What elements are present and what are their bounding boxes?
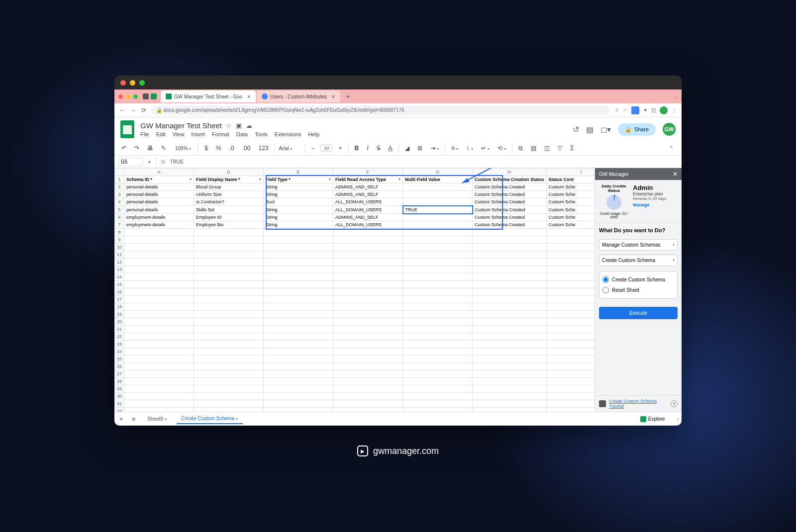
history-icon[interactable]: ↺ xyxy=(573,125,579,134)
name-box[interactable] xyxy=(118,158,143,166)
valign-button[interactable]: ↕ ▾ xyxy=(464,143,475,153)
radio-create-schema[interactable]: Create Custom Schema xyxy=(602,274,674,285)
notion-icon[interactable] xyxy=(143,93,149,99)
italic-button[interactable]: I xyxy=(365,143,370,153)
sheet-tab-1[interactable]: Sheet9 ▾ xyxy=(142,414,171,424)
chart-button[interactable]: ◫ xyxy=(542,143,552,153)
fill-color-button[interactable]: ◢ xyxy=(403,143,411,153)
collapse-toolbar-button[interactable]: ⌃ xyxy=(666,144,677,153)
menu-tools[interactable]: Tools xyxy=(255,131,268,137)
merge-button[interactable]: ⇥ ▾ xyxy=(428,143,441,153)
star-icon[interactable]: ☆ xyxy=(226,122,232,129)
puzzle-icon[interactable]: ✦ xyxy=(643,107,647,113)
increase-size-button[interactable]: + xyxy=(336,143,344,153)
browser-tab-inactive[interactable]: Users - Custom Attributes ✕ xyxy=(257,90,340,102)
wrap-button[interactable]: ↵ ▾ xyxy=(479,143,492,153)
maximize-window-icon[interactable] xyxy=(139,80,145,86)
sidebar-question: What Do you want to Do? xyxy=(595,223,682,237)
meet-icon[interactable]: ◻▾ xyxy=(600,125,611,134)
url-input[interactable]: 🔒 docs.google.com/spreadsheets/d/1Jtgrmg… xyxy=(151,105,610,115)
back-button[interactable]: ← xyxy=(119,107,125,114)
menu-format[interactable]: Format xyxy=(212,131,229,137)
radio-input[interactable] xyxy=(602,276,609,283)
youtube-icon[interactable] xyxy=(599,400,606,407)
cloud-icon[interactable]: ☁ xyxy=(246,122,252,129)
menu-insert[interactable]: Insert xyxy=(191,131,205,137)
window-icon[interactable]: ◫ xyxy=(651,107,656,113)
execute-button[interactable]: Execute xyxy=(599,307,678,319)
reload-button[interactable]: ⟳ xyxy=(141,107,146,114)
profile-avatar-icon[interactable] xyxy=(660,106,668,114)
browser-tab-active[interactable]: GW Manager Test Sheet - Goo ✕ xyxy=(161,90,256,102)
rotate-button[interactable]: ⟲ ▾ xyxy=(496,143,508,153)
strikethrough-button[interactable]: S̶ xyxy=(375,143,383,153)
zoom-select[interactable]: 100% ▾ xyxy=(172,145,194,152)
action-select-2[interactable]: Create Custom Schema▾ xyxy=(599,255,678,266)
folder-icon[interactable]: ▣ xyxy=(236,122,242,129)
percent-button[interactable]: % xyxy=(214,143,223,153)
minimize-window-icon[interactable] xyxy=(130,80,135,86)
more-formats-button[interactable]: 123 xyxy=(256,143,270,153)
menu-data[interactable]: Data xyxy=(236,131,248,137)
functions-button[interactable]: Σ xyxy=(568,143,576,153)
tab-close-icon[interactable]: ✕ xyxy=(247,94,251,99)
maximize-icon[interactable] xyxy=(133,94,138,99)
sheet-grid-area[interactable]: ADEFGHI1Schema ID * ▾Field Display Name … xyxy=(114,168,595,412)
sheets-icon[interactable] xyxy=(151,93,157,99)
currency-button[interactable]: $ xyxy=(202,143,210,153)
menu-file[interactable]: File xyxy=(140,131,149,137)
link-button[interactable]: ⧉ xyxy=(516,143,525,153)
minimize-icon[interactable] xyxy=(126,94,130,99)
forward-button[interactable]: → xyxy=(130,107,136,114)
explore-button[interactable]: Explore xyxy=(636,415,669,424)
action-select-1[interactable]: Manage Custom Schemas▾ xyxy=(599,239,678,251)
document-title[interactable]: GW Manager Test Sheet xyxy=(140,121,222,130)
help-icon[interactable]: ? xyxy=(671,400,678,407)
upload-icon[interactable]: ⇧ xyxy=(615,107,619,113)
google-sheets-logo-icon[interactable] xyxy=(120,120,134,138)
share-button[interactable]: 🔒 Share xyxy=(618,123,656,136)
filter-button[interactable]: ▽ xyxy=(556,143,564,153)
bold-button[interactable]: B xyxy=(353,143,361,153)
halign-button[interactable]: ≡ ▾ xyxy=(449,143,460,153)
print-button[interactable]: 🖶 xyxy=(145,143,155,153)
chevron-down-icon[interactable]: ⌄ xyxy=(674,94,678,99)
close-sidebar-button[interactable]: ✕ xyxy=(673,171,678,177)
menu-edit[interactable]: Edit xyxy=(156,131,166,137)
side-panel-toggle[interactable]: ‹ xyxy=(677,416,679,422)
spreadsheet-grid[interactable]: ADEFGHI1Schema ID * ▾Field Display Name … xyxy=(114,168,595,412)
star-icon[interactable]: ☆ xyxy=(623,107,627,113)
menu-icon[interactable]: ⋮ xyxy=(672,107,677,113)
increase-decimal-button[interactable]: .00 xyxy=(240,143,253,153)
comment-insert-button[interactable]: ▤ xyxy=(529,143,538,153)
add-sheet-button[interactable]: + xyxy=(117,414,125,424)
manage-link[interactable]: Manage xyxy=(633,202,678,207)
decrease-size-button[interactable]: − xyxy=(309,143,316,153)
all-sheets-button[interactable]: ≡ xyxy=(130,414,137,424)
user-name: Admin xyxy=(633,184,678,191)
borders-button[interactable]: ⊞ xyxy=(415,143,424,153)
sheet-tab-2-active[interactable]: Create Custom Schema ▾ xyxy=(177,414,243,424)
radio-input[interactable] xyxy=(602,287,609,293)
comment-icon[interactable]: ▤ xyxy=(586,125,594,134)
menu-extensions[interactable]: Extensions xyxy=(275,131,301,137)
close-icon[interactable] xyxy=(118,94,123,99)
user-avatar[interactable]: GW xyxy=(663,123,676,136)
text-color-button[interactable]: A xyxy=(387,143,395,153)
sheets-header: GW Manager Test Sheet ☆ ▣ ☁ File Edit Vi… xyxy=(114,117,682,141)
radio-reset-sheet[interactable]: Reset Sheet xyxy=(602,285,674,295)
font-size-input[interactable]: 10 xyxy=(320,145,332,152)
undo-button[interactable]: ↶ xyxy=(119,143,128,153)
extension-icon[interactable] xyxy=(631,106,639,114)
decrease-decimal-button[interactable]: .0 xyxy=(227,143,236,153)
formula-input[interactable]: TRUE xyxy=(170,159,678,165)
tutorial-link[interactable]: Create Custom Schema Tutorial xyxy=(609,399,668,409)
redo-button[interactable]: ↷ xyxy=(132,143,141,153)
menu-view[interactable]: View xyxy=(173,131,185,137)
paint-format-button[interactable]: ✎ xyxy=(159,143,168,153)
tab-close-icon[interactable]: ✕ xyxy=(331,94,335,99)
new-tab-button[interactable]: + xyxy=(343,92,352,101)
font-select[interactable]: Arial ▾ xyxy=(279,146,300,151)
menu-help[interactable]: Help xyxy=(308,131,319,137)
close-window-icon[interactable] xyxy=(120,80,126,86)
